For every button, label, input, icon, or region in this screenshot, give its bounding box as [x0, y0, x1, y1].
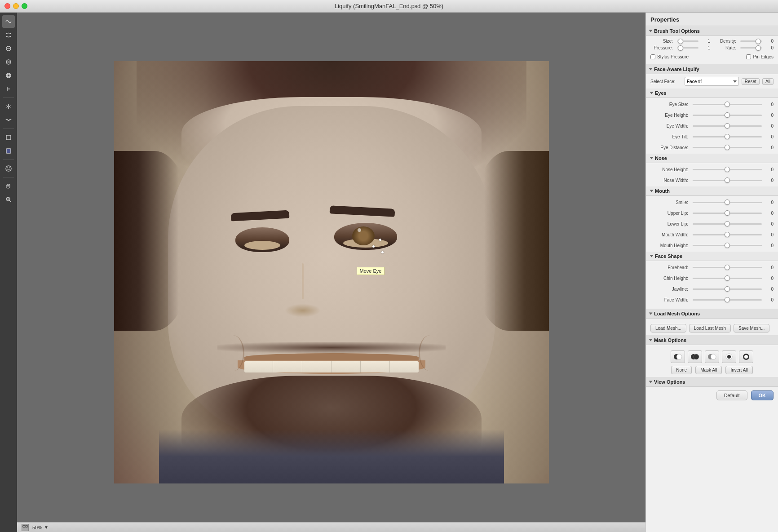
pucker-tool[interactable]: [2, 56, 15, 68]
jawline-slider[interactable]: [693, 288, 762, 290]
pressure-slider[interactable]: [677, 47, 698, 49]
face-tool[interactable]: [2, 162, 15, 175]
load-mesh-triangle-icon: [649, 313, 653, 315]
face-width-slider[interactable]: [693, 299, 762, 301]
mouth-section-header[interactable]: Mouth: [646, 186, 778, 196]
reset-button[interactable]: Reset: [742, 78, 760, 85]
eye-size-thumb[interactable]: [725, 102, 730, 107]
mask-icon-3[interactable]: [705, 350, 719, 363]
zoom-dropdown-arrow[interactable]: ▼: [44, 525, 49, 530]
forehead-thumb[interactable]: [725, 265, 730, 270]
mouth-height-row: Mouth Height: 0: [650, 241, 774, 250]
ok-button[interactable]: OK: [751, 390, 774, 400]
load-mesh-button[interactable]: Load Mesh...: [650, 324, 686, 332]
nose-width-slider[interactable]: [693, 180, 762, 181]
rate-slider[interactable]: [740, 47, 762, 49]
jawline-thumb[interactable]: [725, 286, 730, 292]
close-button[interactable]: [4, 3, 10, 9]
eye-width-value: 0: [764, 124, 774, 129]
smile-value: 0: [764, 200, 774, 205]
invert-all-button[interactable]: Invert All: [725, 366, 752, 374]
forehead-slider[interactable]: [693, 267, 762, 268]
nose-width-thumb[interactable]: [725, 177, 730, 183]
mask-options-section-header[interactable]: Mask Options: [646, 335, 778, 345]
mouth-width-thumb[interactable]: [725, 232, 730, 237]
push-left-tool[interactable]: [2, 83, 15, 95]
titlebar: Liquify (SmilingManFAL_End.psd @ 50%): [0, 0, 778, 13]
eye-size-value: 0: [764, 102, 774, 107]
eye-height-thumb[interactable]: [725, 112, 730, 118]
eye-size-slider[interactable]: [693, 104, 762, 105]
warp-tool[interactable]: [2, 15, 15, 28]
density-slider[interactable]: [740, 40, 762, 42]
density-thumb[interactable]: [756, 39, 761, 44]
minimize-button[interactable]: [13, 3, 19, 9]
smile-thumb[interactable]: [725, 200, 730, 205]
eye-tilt-slider[interactable]: [693, 136, 762, 137]
rate-thumb[interactable]: [756, 45, 761, 51]
pin-edges-checkbox[interactable]: [746, 54, 751, 59]
face-shape-section-header[interactable]: Face Shape: [646, 252, 778, 261]
chin-height-thumb[interactable]: [725, 275, 730, 281]
eye-distance-thumb[interactable]: [725, 145, 730, 150]
eye-distance-slider[interactable]: [693, 147, 762, 148]
pin-edges-row: Pin Edges: [746, 54, 774, 59]
zoom-tool[interactable]: [2, 193, 15, 206]
nose-section-header[interactable]: Nose: [646, 154, 778, 163]
mouth-width-slider[interactable]: [693, 234, 762, 235]
eyes-section-header[interactable]: Eyes: [646, 89, 778, 98]
canvas-area[interactable]: Move Eye 50% ▼: [17, 13, 645, 532]
smile-slider[interactable]: [693, 202, 762, 203]
save-mesh-button[interactable]: Save Mesh...: [734, 324, 769, 332]
nose-height-thumb[interactable]: [725, 167, 730, 172]
size-thumb[interactable]: [678, 39, 683, 44]
maximize-button[interactable]: [22, 3, 27, 9]
smooth-tool[interactable]: [2, 42, 15, 55]
freeze-mask-tool[interactable]: [2, 131, 15, 144]
face-aware-triangle-icon: [649, 68, 653, 71]
mask-icon-5[interactable]: [739, 350, 753, 363]
eye-tilt-label: Eye Tilt:: [650, 134, 691, 139]
reconstruct-tool[interactable]: [2, 29, 15, 41]
face-width-thumb[interactable]: [725, 297, 730, 302]
zoom-control[interactable]: 50% ▼: [32, 525, 49, 530]
lower-lip-thumb[interactable]: [725, 221, 730, 226]
brush-tool-label: Brush Tool Options: [654, 28, 700, 34]
upper-lip-thumb[interactable]: [725, 210, 730, 216]
all-button[interactable]: All: [762, 78, 774, 85]
upper-lip-slider[interactable]: [693, 213, 762, 214]
mask-icon-4[interactable]: [722, 350, 736, 363]
stylus-pressure-checkbox[interactable]: [650, 54, 655, 59]
mask-icon-2[interactable]: [688, 350, 702, 363]
svg-rect-7: [6, 135, 11, 140]
nose-height-slider[interactable]: [693, 169, 762, 170]
hand-tool[interactable]: [2, 180, 15, 192]
size-slider[interactable]: [677, 40, 698, 42]
mouth-height-slider[interactable]: [693, 245, 762, 246]
load-last-mesh-button[interactable]: Load Last Mesh: [689, 324, 731, 332]
default-button[interactable]: Default: [716, 390, 747, 400]
face-select-row: Select Face: Face #1 Reset All: [650, 77, 774, 86]
mask-icon-1[interactable]: [671, 350, 685, 363]
turbulence-tool[interactable]: [2, 114, 15, 126]
load-mesh-section-header[interactable]: Load Mesh Options: [646, 309, 778, 319]
eye-width-slider[interactable]: [693, 125, 762, 127]
face-select-dropdown[interactable]: Face #1: [685, 77, 739, 86]
chin-height-slider[interactable]: [693, 278, 762, 279]
view-options-section-header[interactable]: View Options: [646, 377, 778, 387]
pressure-thumb[interactable]: [678, 45, 683, 51]
mirror-tool[interactable]: [2, 100, 15, 113]
mouth-label: Mouth: [655, 188, 670, 194]
lower-lip-slider[interactable]: [693, 223, 762, 225]
none-button[interactable]: None: [671, 366, 692, 374]
mouth-width-label: Mouth Width:: [650, 232, 691, 237]
face-aware-section-header[interactable]: Face-Aware Liquify: [646, 64, 778, 74]
brush-tool-section-header[interactable]: Brush Tool Options: [646, 26, 778, 36]
eye-height-slider[interactable]: [693, 115, 762, 116]
eye-tilt-thumb[interactable]: [725, 134, 730, 139]
bloat-tool[interactable]: [2, 69, 15, 82]
eye-width-thumb[interactable]: [725, 123, 730, 129]
thaw-mask-tool[interactable]: [2, 145, 15, 157]
mask-all-button[interactable]: Mask All: [695, 366, 722, 374]
mouth-height-thumb[interactable]: [725, 243, 730, 248]
